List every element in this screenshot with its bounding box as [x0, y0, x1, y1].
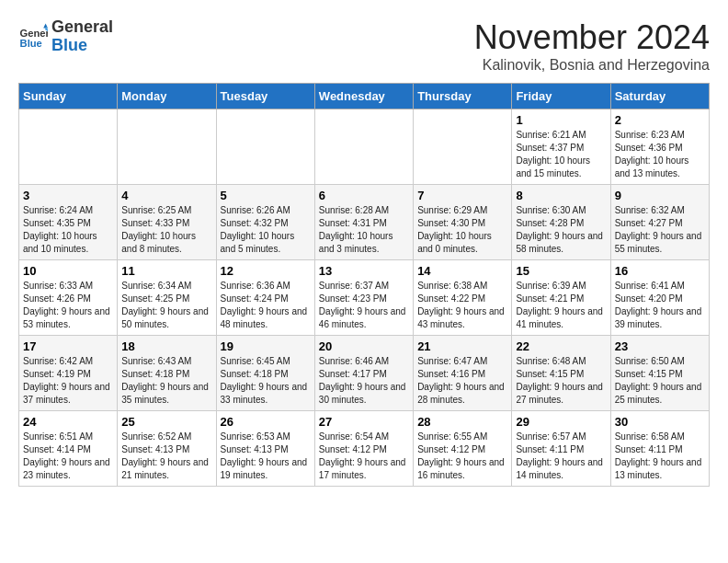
- day-number: 24: [23, 415, 113, 429]
- day-number: 23: [615, 339, 705, 353]
- day-number: 14: [417, 264, 507, 278]
- day-cell: 13Sunrise: 6:37 AM Sunset: 4:23 PM Dayli…: [314, 260, 413, 336]
- day-number: 26: [221, 415, 311, 429]
- day-cell: 24Sunrise: 6:51 AM Sunset: 4:14 PM Dayli…: [19, 411, 118, 487]
- day-cell: 15Sunrise: 6:39 AM Sunset: 4:21 PM Dayli…: [512, 260, 610, 336]
- day-number: 10: [23, 264, 113, 278]
- day-cell: 26Sunrise: 6:53 AM Sunset: 4:13 PM Dayli…: [216, 411, 314, 487]
- day-detail: Sunrise: 6:21 AM Sunset: 4:37 PM Dayligh…: [516, 129, 606, 180]
- day-number: 19: [221, 339, 311, 353]
- header-cell-monday: Monday: [118, 84, 216, 109]
- day-number: 7: [417, 189, 507, 202]
- day-number: 11: [121, 264, 211, 278]
- header-row: SundayMondayTuesdayWednesdayThursdayFrid…: [19, 84, 710, 109]
- day-number: 16: [615, 264, 705, 278]
- day-detail: Sunrise: 6:25 AM Sunset: 4:33 PM Dayligh…: [121, 204, 211, 256]
- day-detail: Sunrise: 6:48 AM Sunset: 4:15 PM Dayligh…: [516, 355, 606, 407]
- day-number: 6: [319, 189, 409, 202]
- day-cell: 11Sunrise: 6:34 AM Sunset: 4:25 PM Dayli…: [118, 260, 216, 336]
- day-detail: Sunrise: 6:52 AM Sunset: 4:13 PM Dayligh…: [121, 431, 211, 482]
- day-detail: Sunrise: 6:32 AM Sunset: 4:27 PM Dayligh…: [615, 204, 705, 256]
- month-title: November 2024: [474, 18, 710, 57]
- day-cell: 28Sunrise: 6:55 AM Sunset: 4:12 PM Dayli…: [414, 411, 512, 487]
- day-number: 20: [319, 339, 409, 353]
- day-detail: Sunrise: 6:38 AM Sunset: 4:22 PM Dayligh…: [417, 280, 507, 331]
- header-cell-tuesday: Tuesday: [216, 84, 314, 109]
- week-row-4: 17Sunrise: 6:42 AM Sunset: 4:19 PM Dayli…: [19, 336, 710, 411]
- header: General Blue General Blue November 2024 …: [18, 18, 710, 74]
- day-number: 4: [121, 189, 211, 202]
- day-number: 9: [615, 189, 705, 202]
- header-cell-wednesday: Wednesday: [314, 84, 413, 109]
- day-number: 27: [319, 415, 409, 429]
- header-cell-saturday: Saturday: [610, 84, 709, 109]
- day-number: 22: [516, 339, 606, 353]
- day-cell: 20Sunrise: 6:46 AM Sunset: 4:17 PM Dayli…: [314, 336, 413, 411]
- logo-blue: Blue: [51, 37, 113, 55]
- day-cell: 1Sunrise: 6:21 AM Sunset: 4:37 PM Daylig…: [512, 109, 610, 185]
- header-cell-sunday: Sunday: [19, 84, 118, 109]
- svg-text:General: General: [20, 28, 48, 39]
- day-cell: 3Sunrise: 6:24 AM Sunset: 4:35 PM Daylig…: [19, 185, 118, 260]
- day-cell: 23Sunrise: 6:50 AM Sunset: 4:15 PM Dayli…: [610, 336, 709, 411]
- day-detail: Sunrise: 6:47 AM Sunset: 4:16 PM Dayligh…: [417, 355, 507, 407]
- day-cell: [314, 109, 413, 185]
- day-number: 2: [615, 113, 705, 127]
- day-detail: Sunrise: 6:34 AM Sunset: 4:25 PM Dayligh…: [121, 280, 211, 331]
- day-cell: 9Sunrise: 6:32 AM Sunset: 4:27 PM Daylig…: [610, 185, 709, 260]
- header-cell-thursday: Thursday: [414, 84, 512, 109]
- day-cell: 21Sunrise: 6:47 AM Sunset: 4:16 PM Dayli…: [414, 336, 512, 411]
- day-cell: 7Sunrise: 6:29 AM Sunset: 4:30 PM Daylig…: [414, 185, 512, 260]
- day-number: 5: [221, 189, 311, 202]
- day-cell: 16Sunrise: 6:41 AM Sunset: 4:20 PM Dayli…: [610, 260, 709, 336]
- day-detail: Sunrise: 6:50 AM Sunset: 4:15 PM Dayligh…: [615, 355, 705, 407]
- location-title: Kalinovik, Bosnia and Herzegovina: [474, 57, 710, 74]
- day-number: 25: [121, 415, 211, 429]
- day-detail: Sunrise: 6:36 AM Sunset: 4:24 PM Dayligh…: [221, 280, 311, 331]
- day-cell: 10Sunrise: 6:33 AM Sunset: 4:26 PM Dayli…: [19, 260, 118, 336]
- day-detail: Sunrise: 6:33 AM Sunset: 4:26 PM Dayligh…: [23, 280, 113, 331]
- day-detail: Sunrise: 6:57 AM Sunset: 4:11 PM Dayligh…: [516, 431, 606, 482]
- day-cell: 12Sunrise: 6:36 AM Sunset: 4:24 PM Dayli…: [216, 260, 314, 336]
- day-number: 29: [516, 415, 606, 429]
- logo-icon: General Blue: [18, 22, 48, 52]
- day-detail: Sunrise: 6:23 AM Sunset: 4:36 PM Dayligh…: [615, 129, 705, 180]
- day-detail: Sunrise: 6:41 AM Sunset: 4:20 PM Dayligh…: [615, 280, 705, 331]
- day-number: 30: [615, 415, 705, 429]
- day-cell: 30Sunrise: 6:58 AM Sunset: 4:11 PM Dayli…: [610, 411, 709, 487]
- week-row-5: 24Sunrise: 6:51 AM Sunset: 4:14 PM Dayli…: [19, 411, 710, 487]
- day-number: 1: [516, 113, 606, 127]
- day-number: 17: [23, 339, 113, 353]
- day-cell: 18Sunrise: 6:43 AM Sunset: 4:18 PM Dayli…: [118, 336, 216, 411]
- day-detail: Sunrise: 6:54 AM Sunset: 4:12 PM Dayligh…: [319, 431, 409, 482]
- day-number: 18: [121, 339, 211, 353]
- calendar-table: SundayMondayTuesdayWednesdayThursdayFrid…: [18, 83, 710, 487]
- day-cell: 8Sunrise: 6:30 AM Sunset: 4:28 PM Daylig…: [512, 185, 610, 260]
- day-detail: Sunrise: 6:26 AM Sunset: 4:32 PM Dayligh…: [221, 204, 311, 256]
- logo: General Blue General Blue: [18, 18, 113, 55]
- day-detail: Sunrise: 6:43 AM Sunset: 4:18 PM Dayligh…: [121, 355, 211, 407]
- day-cell: 4Sunrise: 6:25 AM Sunset: 4:33 PM Daylig…: [118, 185, 216, 260]
- day-cell: 29Sunrise: 6:57 AM Sunset: 4:11 PM Dayli…: [512, 411, 610, 487]
- week-row-3: 10Sunrise: 6:33 AM Sunset: 4:26 PM Dayli…: [19, 260, 710, 336]
- day-cell: 5Sunrise: 6:26 AM Sunset: 4:32 PM Daylig…: [216, 185, 314, 260]
- day-detail: Sunrise: 6:37 AM Sunset: 4:23 PM Dayligh…: [319, 280, 409, 331]
- day-cell: [118, 109, 216, 185]
- week-row-1: 1Sunrise: 6:21 AM Sunset: 4:37 PM Daylig…: [19, 109, 710, 185]
- day-number: 12: [221, 264, 311, 278]
- day-cell: 25Sunrise: 6:52 AM Sunset: 4:13 PM Dayli…: [118, 411, 216, 487]
- day-cell: 14Sunrise: 6:38 AM Sunset: 4:22 PM Dayli…: [414, 260, 512, 336]
- day-cell: 17Sunrise: 6:42 AM Sunset: 4:19 PM Dayli…: [19, 336, 118, 411]
- day-detail: Sunrise: 6:53 AM Sunset: 4:13 PM Dayligh…: [221, 431, 311, 482]
- day-cell: 6Sunrise: 6:28 AM Sunset: 4:31 PM Daylig…: [314, 185, 413, 260]
- svg-marker-2: [43, 23, 48, 28]
- day-number: 13: [319, 264, 409, 278]
- day-number: 15: [516, 264, 606, 278]
- day-cell: [19, 109, 118, 185]
- day-detail: Sunrise: 6:28 AM Sunset: 4:31 PM Dayligh…: [319, 204, 409, 256]
- day-cell: 2Sunrise: 6:23 AM Sunset: 4:36 PM Daylig…: [610, 109, 709, 185]
- day-detail: Sunrise: 6:45 AM Sunset: 4:18 PM Dayligh…: [221, 355, 311, 407]
- logo-general: General: [51, 18, 113, 37]
- day-detail: Sunrise: 6:55 AM Sunset: 4:12 PM Dayligh…: [417, 431, 507, 482]
- day-detail: Sunrise: 6:42 AM Sunset: 4:19 PM Dayligh…: [23, 355, 113, 407]
